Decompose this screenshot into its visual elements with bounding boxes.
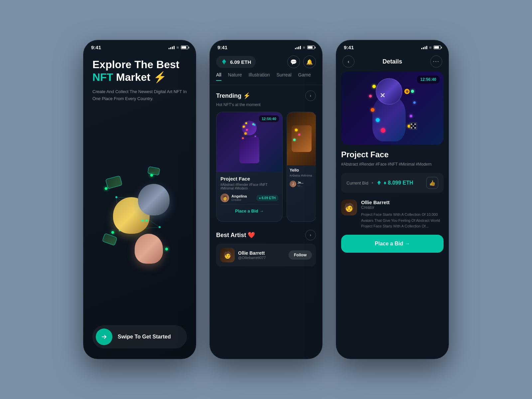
swipe-circle-icon	[96, 329, 112, 345]
best-artist-section: Best Artist ❤️ › 🧑 Ollie Barrett @Ollieb…	[216, 230, 316, 266]
chat-icon[interactable]: 💬	[287, 56, 300, 68]
bid-separator-1	[372, 182, 373, 184]
creator-role-1: Creator	[231, 198, 247, 201]
place-bid-btn-1[interactable]: Place a Bid →	[220, 204, 278, 217]
signal-icon-2	[295, 46, 301, 49]
df-dot-2	[369, 95, 372, 97]
bid-price-text: ♦ 8.099 ETH	[384, 180, 413, 186]
nft-art	[93, 157, 186, 270]
head-silver	[138, 184, 170, 215]
nft-card-body-1: Project Face #Abstract #Render #Face #NF…	[216, 172, 282, 221]
card1-price: ♦ 6.09 ETH	[256, 195, 278, 201]
hero-nft-accent: NFT	[92, 71, 113, 83]
trending-title: Trending ⚡	[216, 92, 250, 99]
category-tabs: All Nature Illustration Surreal Game	[209, 72, 323, 85]
tab-surreal[interactable]: Surreal	[276, 72, 291, 81]
df-qr-code	[410, 122, 417, 130]
card1-tags: #Abstract #Render #Face #NFT #Minimal #M…	[220, 183, 278, 190]
creator-detail-row: 🧑 Ollie Barrett Creator Project Face Sta…	[341, 200, 444, 229]
p3-scroll: ✕ ☢ 12:56:40 Project Face #Abstract #Ren…	[336, 71, 449, 359]
creator-avatar-1: 👩	[220, 194, 229, 202]
battery-icon-3	[434, 46, 441, 49]
battery-icon-2	[307, 46, 315, 49]
eye-glow-3	[142, 220, 144, 221]
artist-left: 🧑 Ollie Barrett @Olliebarrett077	[220, 248, 266, 262]
status-icons-2: ⌗	[295, 45, 315, 50]
creator-text-1: Angelina Creator	[231, 194, 247, 201]
detail-figure-area: ✕ ☢	[362, 75, 422, 141]
tab-nature[interactable]: Nature	[228, 72, 242, 81]
artist-name: Ollie Barrett	[238, 250, 266, 256]
nft-card-image-1: 12:56:40	[216, 112, 282, 172]
more-button[interactable]: ···	[430, 56, 442, 67]
status-time-1: 9:41	[91, 45, 101, 50]
arrow-right-icon	[101, 333, 107, 340]
hero-image-area	[92, 102, 187, 325]
hero-title-line2: Market ⚡	[113, 71, 167, 83]
figure-silhouette-1	[239, 121, 259, 163]
trending-subtitle: Hot NFT's at the moment	[216, 102, 316, 107]
card1-title: Project Face	[220, 176, 278, 182]
swipe-button-container[interactable]: Swipe To Get Started	[92, 325, 187, 348]
best-artist-header: Best Artist ❤️ ›	[216, 230, 316, 240]
like-button[interactable]: 👍	[426, 177, 438, 189]
bid-row: Current Bid ♦ 8.099 ETH 👍	[341, 173, 444, 193]
nft-card-yellow[interactable]: Yello #Abstra #Minima J Je... Cr...	[287, 112, 316, 222]
card2-creator-role: Cr...	[298, 184, 304, 187]
trending-cards: 12:56:40 Project Face #Abstract #Render …	[216, 112, 316, 222]
svg-point-7	[115, 196, 117, 198]
p3-header: ‹ Details ···	[336, 53, 449, 71]
artist-more-btn[interactable]: ›	[305, 230, 316, 240]
green-dot-2	[150, 174, 153, 177]
signal-icon-3	[421, 46, 427, 49]
trending-more-btn[interactable]: ›	[305, 90, 316, 101]
card2-avatar: J	[290, 181, 296, 187]
follow-button[interactable]: Follow	[289, 250, 312, 260]
df-x-mark: ✕	[380, 91, 385, 99]
card1-footer: 👩 Angelina Creator ♦ 6.09 ETH	[220, 194, 278, 202]
eth-balance-text: 6.09 ETH	[230, 59, 251, 65]
bid-eth-icon	[376, 180, 382, 186]
df-dot-5	[371, 108, 374, 112]
status-icons-1: ⌗	[169, 45, 188, 50]
bell-icon[interactable]: 🔔	[303, 56, 316, 68]
hero-title-line1: Explore The Best	[92, 59, 179, 70]
detail-nft-image: ✕ ☢ 12:56:40	[341, 71, 444, 145]
phone-onboarding: 9:41 ⌗ Explore The Best NFT Market ⚡ Cre…	[83, 40, 196, 359]
best-artist-title: Best Artist ❤️	[216, 231, 255, 239]
creator-detail-name: Ollie Barrett	[361, 200, 444, 205]
card2-creator-text: Je... Cr...	[298, 181, 304, 187]
df-dot-7	[376, 118, 380, 122]
status-bar-2: 9:41 ⌗	[209, 40, 323, 53]
tab-all[interactable]: All	[216, 72, 221, 81]
wifi-icon-2: ⌗	[303, 45, 305, 50]
artist-avatar: 🧑	[220, 248, 235, 262]
detail-nft-tags: #Abstract #Render #Face #NFT #Minimal #M…	[341, 161, 444, 168]
phone2-content: 6.09 ETH 💬 🔔 All Nature Illustration Sur…	[209, 53, 323, 359]
artist-info: Ollie Barrett @Olliebarrett077	[238, 250, 266, 260]
svg-point-10	[159, 226, 161, 228]
nft-card-project-face[interactable]: 12:56:40 Project Face #Abstract #Render …	[216, 112, 283, 222]
status-bar-1: 9:41 ⌗	[83, 40, 196, 53]
page-title: Details	[382, 58, 402, 65]
wifi-icon-1: ⌗	[177, 45, 179, 50]
green-dot-4	[165, 248, 168, 250]
green-dot-1	[105, 187, 107, 190]
battery-icon-1	[181, 46, 188, 49]
tab-illustration[interactable]: Illustration	[249, 72, 270, 81]
status-bar-3: 9:41 ⌗	[336, 40, 449, 53]
card2-creator-name: Je...	[298, 181, 304, 184]
hero-title: Explore The Best NFT Market ⚡	[92, 58, 187, 84]
artist-handle: @Olliebarrett077	[238, 256, 266, 260]
card1-timer: 12:56:40	[259, 115, 279, 122]
creator-name-1: Angelina	[231, 194, 247, 198]
bid-label: Current Bid	[346, 181, 368, 186]
place-bid-main-button[interactable]: Place a Bid →	[341, 235, 444, 253]
back-button[interactable]: ‹	[342, 56, 354, 67]
df-nuclear: ☢	[404, 89, 410, 94]
tab-game[interactable]: Game	[298, 72, 311, 81]
eth-balance-pill[interactable]: 6.09 ETH	[216, 56, 256, 68]
p2-scroll: Trending ⚡ › Hot NFT's at the moment	[209, 85, 323, 359]
detail-timer: 12:56:40	[417, 75, 440, 83]
phone-detail: 9:41 ⌗ ‹ Details ···	[336, 40, 449, 359]
